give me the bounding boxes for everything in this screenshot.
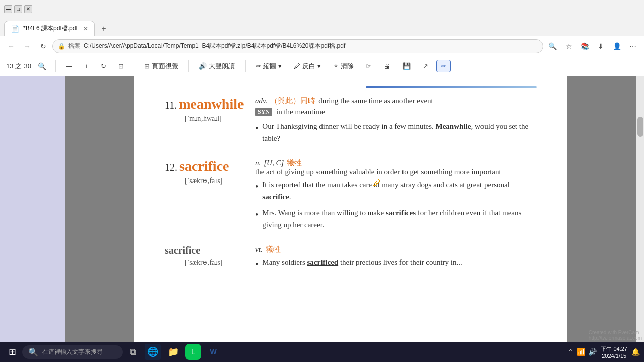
title-bar: — □ ✕ <box>0 0 644 18</box>
notification-icon[interactable]: 🔔 <box>631 348 640 356</box>
time-display: 下午 04:27 2024/1/15 <box>601 345 627 359</box>
start-button[interactable]: ⊞ <box>4 344 20 360</box>
download-button[interactable]: ⬇ <box>594 39 608 53</box>
page-view-icon: ⊞ <box>144 62 150 70</box>
rotate-button[interactable]: ↻ <box>97 60 110 72</box>
back-button[interactable]: ← <box>4 39 18 53</box>
sacrifice-pronunciation: [`sækrə‚faɪs] <box>185 176 255 185</box>
forward-button[interactable]: → <box>20 39 34 53</box>
pdf-tab-icon: 📄 <box>11 25 19 33</box>
page-current: 13 <box>6 62 13 70</box>
scrollbar-thumb[interactable] <box>637 117 643 137</box>
sacrifice-chinese: 犧牲 <box>287 158 302 168</box>
address-bar[interactable]: 🔒 檔案 C:/Users/Acer/AppData/Local/Temp/Te… <box>52 39 543 53</box>
taskbar-search[interactable]: 🔍 在這裡輸入文字來搜尋 <box>22 345 123 359</box>
new-tab-button[interactable]: + <box>97 22 111 36</box>
draw-button[interactable]: ✏ 縮圖 ▾ <box>252 60 286 73</box>
current-date: 2024/1/15 <box>601 353 627 359</box>
meanwhile-syn-text: in the meantime <box>276 108 325 116</box>
sacrifice-vt-pronunciation: [`sækrə‚faɪs] <box>185 258 255 267</box>
minimize-button[interactable]: — <box>4 5 12 13</box>
sacrifice-definition: the act of giving up something valuable … <box>255 168 501 176</box>
draw-chevron: ▾ <box>278 62 282 70</box>
page-view-button[interactable]: ⊞ 頁面視覺 <box>140 60 182 73</box>
tab-title: *B4L6 課本pdf檔.pdf <box>23 24 78 33</box>
network-icon[interactable]: 📶 <box>577 348 585 356</box>
bullet-icon-vt: • <box>255 257 258 272</box>
entry-sacrifice-vt: sacrifice [`sækrə‚faɪs] vt. 犧牲 • Many so… <box>165 245 537 276</box>
more-button[interactable]: ⋯ <box>626 39 640 53</box>
sacrifice-vt-example-text: Many soldiers sacrificed their precious … <box>262 256 537 268</box>
window-controls[interactable]: — □ ✕ <box>4 5 32 13</box>
profile-button[interactable]: 👤 <box>610 39 624 53</box>
meanwhile-definition: during the same time as another event <box>318 97 433 105</box>
read-aloud-button[interactable]: 🔊 大聲朗讀 <box>195 60 239 73</box>
meanwhile-bold: Meanwhile <box>436 122 471 130</box>
draw-icon: ✏ <box>256 62 261 70</box>
word-left-meanwhile: 11. meanwhile [`mɪn‚hwaɪl] <box>165 96 255 148</box>
system-tray: ⌃ 📶 🔊 <box>568 348 597 356</box>
page-number-section: 13 之 30 <box>6 62 31 71</box>
edge-icon[interactable]: 🌐 <box>145 344 161 360</box>
clear-button[interactable]: ✧ 清除 <box>329 60 358 73</box>
word-icon[interactable]: W <box>205 344 221 360</box>
pdf-content: 11. meanwhile [`mɪn‚hwaɪl] adv. （與此）同時 d… <box>65 76 636 362</box>
task-view-button[interactable]: ⧉ <box>125 344 141 360</box>
sacrifice-vt-word: sacrifice <box>165 245 200 256</box>
page-separator: 之 <box>15 62 22 71</box>
bullet-icon-1: • <box>255 179 258 194</box>
explorer-icon[interactable]: 📁 <box>165 344 181 360</box>
page-container: 11. meanwhile [`mɪn‚hwaɪl] adv. （與此）同時 d… <box>134 76 567 362</box>
print-button[interactable]: 🖨 <box>380 60 394 72</box>
read-aloud-icon: 🔊 <box>199 62 207 70</box>
meanwhile-pronunciation: [`mɪn‚hwaɪl] <box>185 114 255 123</box>
zoom-button[interactable]: 🔍 <box>545 39 559 53</box>
sacrifice-vt-header: sacrifice <box>165 245 255 256</box>
favorite-button[interactable]: ☆ <box>561 39 576 53</box>
zoom-out-button[interactable]: — <box>62 60 76 72</box>
address-text: C:/Users/Acer/AppData/Local/Temp/Temp1_B… <box>84 42 538 50</box>
close-button[interactable]: ✕ <box>24 5 32 13</box>
meanwhile-pos: adv. <box>255 97 267 105</box>
meanwhile-chinese-paren: （與此）同時 <box>270 96 315 106</box>
taskbar-icons: ⧉ 🌐 📁 L W <box>125 344 221 360</box>
meanwhile-example-text: Our Thanksgiving dinner will be ready in… <box>262 120 537 144</box>
sacrifice-example-1: • It is reported that the man takes care… <box>255 178 537 203</box>
collections-button[interactable]: 📚 <box>578 39 592 53</box>
active-tab[interactable]: 📄 *B4L6 課本pdf檔.pdf ✕ <box>4 21 95 36</box>
reload-button[interactable]: ↻ <box>36 39 50 53</box>
search-pdf-button[interactable]: 🔍 <box>35 59 49 73</box>
taskbar-search-label[interactable]: 在這裡輸入文字來搜尋 <box>42 348 103 356</box>
read-aloud-label: 大聲朗讀 <box>209 62 235 71</box>
sacrifice-vt-example-1: • Many soldiers sacrificed their preciou… <box>255 256 537 272</box>
volume-icon[interactable]: 🔊 <box>588 348 597 356</box>
meanwhile-examples: • Our Thanksgiving dinner will be ready … <box>255 120 537 144</box>
fit-button[interactable]: ⊡ <box>114 60 128 72</box>
make-underline: make <box>368 209 384 217</box>
left-sidebar <box>0 76 65 362</box>
tab-close-button[interactable]: ✕ <box>83 25 88 32</box>
maximize-button[interactable]: □ <box>14 5 22 13</box>
line-icon[interactable]: L <box>185 344 201 360</box>
nav-bar: ← → ↻ 🔒 檔案 C:/Users/Acer/AppData/Local/T… <box>0 36 644 56</box>
cursor-area: care 🖊 <box>359 178 372 191</box>
export-button[interactable]: ↗ <box>419 60 432 72</box>
sacrifice-word: sacrifice <box>179 158 229 174</box>
cursor-tool-button[interactable]: ☞ <box>362 60 376 72</box>
word-right-meanwhile: adv. （與此）同時 during the same time as anot… <box>255 96 537 148</box>
syn-badge: SYN <box>255 108 272 116</box>
right-scrollbar[interactable] <box>636 76 644 362</box>
entry-sacrifice-noun: 12. sacrifice [`sækrə‚faɪs] n. [U, C] 犧牲… <box>165 158 537 235</box>
save-button[interactable]: 💾 <box>398 60 415 72</box>
bullet-icon-2: • <box>255 208 258 222</box>
sacrificed-bold: sacrificed <box>307 258 338 266</box>
reflect-button[interactable]: 🖊 反白 ▾ <box>290 60 325 73</box>
word-left-sacrifice: 12. sacrifice [`sækrə‚faɪs] <box>165 158 255 235</box>
sacrifice-underline-1: at great personal <box>460 180 510 189</box>
reflect-label: 反白 <box>302 62 315 71</box>
tray-up-icon[interactable]: ⌃ <box>568 348 574 356</box>
annotate-button[interactable]: ✏ <box>436 60 451 72</box>
bullet-icon: • <box>255 121 258 136</box>
zoom-in-button[interactable]: + <box>80 60 93 72</box>
reflect-chevron: ▾ <box>317 62 321 70</box>
